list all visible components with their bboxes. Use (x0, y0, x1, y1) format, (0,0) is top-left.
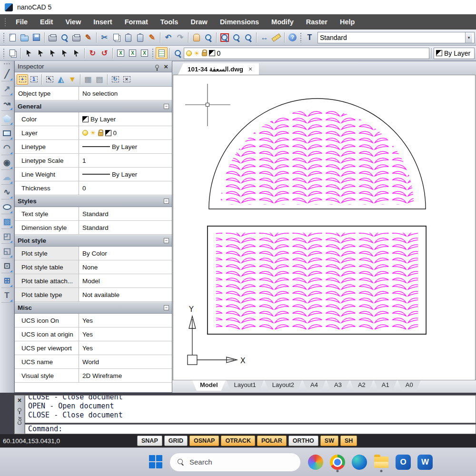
spline-tool[interactable]: ∿ (1, 185, 13, 199)
section-header-misc[interactable]: Misc− (15, 302, 172, 314)
text-style-button[interactable]: T (304, 31, 316, 43)
publish-button[interactable]: ✎ (82, 31, 94, 43)
property-value[interactable]: By Layer (79, 140, 172, 153)
copy-properties-button[interactable] (7, 47, 19, 59)
layout-tab-model[interactable]: Model (192, 380, 226, 391)
menu-dimensions[interactable]: Dimensions (214, 16, 265, 28)
zoom-previous-button[interactable] (230, 31, 242, 43)
zoom-extents-button[interactable] (242, 31, 254, 43)
property-value[interactable]: By Layer (79, 112, 172, 126)
menu-modify[interactable]: Modify (265, 16, 300, 28)
menu-view[interactable]: View (59, 16, 87, 28)
property-value[interactable]: ☀0 (79, 126, 172, 139)
polygon-tool[interactable] (1, 111, 13, 126)
excel-update-button[interactable] (139, 47, 150, 59)
selection-count-button[interactable]: 1 (28, 74, 40, 85)
find-button[interactable] (172, 47, 184, 59)
node-select-button[interactable] (70, 47, 82, 59)
select-objects-button[interactable]: ↖ (44, 74, 55, 85)
property-value[interactable]: Yes (79, 314, 172, 327)
menu-draw[interactable]: Draw (184, 16, 213, 28)
distance-button[interactable]: ↔ (258, 31, 270, 43)
toolbar-grip[interactable] (3, 32, 5, 43)
section-header-plot-style[interactable]: Plot style− (15, 235, 172, 247)
toolbar-grip[interactable] (152, 48, 154, 59)
layout-tab-a0[interactable]: A0 (398, 380, 421, 391)
chrome-slot[interactable] (329, 452, 346, 473)
property-value[interactable]: Yes (79, 327, 172, 341)
section-header-styles[interactable]: Styles− (15, 195, 172, 207)
outlook-slot[interactable]: O (395, 452, 412, 473)
redo-button[interactable]: ↷ (174, 31, 186, 43)
toggle-sw[interactable]: SW (320, 436, 338, 446)
layout-tab-layout2[interactable]: Layout2 (265, 380, 302, 391)
help-button[interactable]: ? (287, 31, 298, 43)
zoom-window-button[interactable] (218, 31, 230, 43)
excel-export-button[interactable] (127, 47, 139, 59)
toolbar-grip[interactable] (3, 48, 5, 59)
toggle-otrack[interactable]: OTRACK (221, 436, 255, 446)
property-value[interactable]: 0 (79, 181, 172, 195)
paste-button[interactable] (122, 31, 134, 43)
color-combo[interactable]: By Layer (434, 48, 475, 59)
property-value[interactable]: None (79, 260, 172, 274)
layer-combo[interactable]: ☀ 0 (184, 48, 429, 59)
ellipse-tool[interactable] (1, 199, 13, 214)
property-value[interactable]: 1 (79, 154, 172, 167)
word-slot[interactable]: W (416, 452, 434, 473)
close-icon[interactable]: × (163, 63, 169, 70)
cloud-tool[interactable]: ☁ (1, 170, 13, 185)
refresh-selection-button[interactable]: ↻ (109, 74, 121, 85)
toggle-ortho[interactable]: ORTHO (288, 436, 318, 446)
undo-button[interactable]: ↶ (162, 31, 174, 43)
polyline-tool[interactable]: ↝ (1, 96, 13, 111)
save-button[interactable] (30, 31, 42, 43)
layout-tab-a1[interactable]: A1 (374, 380, 397, 391)
open-button[interactable] (19, 31, 30, 43)
property-value[interactable]: By Color (79, 247, 172, 260)
hatch-tool[interactable]: ▨ (1, 214, 13, 229)
drawing-canvas[interactable]: Y X (173, 75, 476, 380)
pin-icon[interactable] (155, 65, 159, 69)
start-button[interactable] (149, 455, 163, 469)
print-preview-button[interactable] (59, 31, 70, 43)
toggle-polar[interactable]: POLAR (257, 436, 287, 446)
ruler-button[interactable] (270, 31, 282, 43)
copy-props-button[interactable]: ▦ (82, 74, 94, 85)
toggle-osnap[interactable]: OSNAP (189, 436, 219, 446)
region-tool[interactable]: ◰ (1, 229, 13, 244)
paste-props-button[interactable]: ▤ (94, 74, 105, 85)
dimension-remove-button[interactable]: ↺ (99, 47, 110, 59)
paste-special-button[interactable] (134, 31, 146, 43)
table-tool[interactable]: ⊞ (1, 273, 13, 288)
plot-settings-button[interactable] (70, 31, 82, 43)
property-value[interactable]: Model (79, 274, 172, 288)
collapse-icon[interactable]: − (164, 238, 169, 243)
construction-line-tool[interactable]: ↗ (1, 81, 13, 96)
layout-tab-layout1[interactable]: Layout1 (227, 380, 264, 391)
collapse-icon[interactable]: − (164, 104, 169, 109)
text-style-combo[interactable]: Standard ▾ (317, 32, 475, 43)
property-value[interactable]: Not available (79, 288, 172, 301)
chevron-down-icon[interactable]: ▾ (465, 32, 472, 43)
layout-tab-a2[interactable]: A2 (350, 380, 373, 391)
menu-raster[interactable]: Raster (300, 16, 334, 28)
property-value[interactable]: Standard (79, 221, 172, 234)
property-value[interactable]: Standard (79, 207, 172, 220)
document-tab[interactable]: 101-34 السعفة.dwg × (178, 63, 259, 75)
rectangle-tool[interactable] (1, 126, 13, 140)
layout-tab-a4[interactable]: A4 (303, 380, 326, 391)
menu-file[interactable]: File (10, 16, 34, 28)
clear-selection-button[interactable]: × (121, 74, 132, 85)
layout-tab-a3[interactable]: A3 (327, 380, 349, 391)
toggle-sh[interactable]: SH (340, 436, 357, 446)
section-header-general[interactable]: General− (15, 100, 172, 112)
close-icon[interactable]: × (16, 397, 22, 404)
property-value[interactable]: By Layer (79, 168, 172, 181)
point-tool[interactable]: ⊡ (1, 258, 13, 273)
toggle-grid[interactable]: GRID (164, 436, 188, 446)
command-input[interactable]: Command: (25, 424, 476, 434)
zoom-realtime-button[interactable] (202, 31, 214, 43)
filter-button[interactable]: ▼ (67, 74, 78, 85)
arc-tool[interactable]: ◠ (1, 140, 13, 155)
